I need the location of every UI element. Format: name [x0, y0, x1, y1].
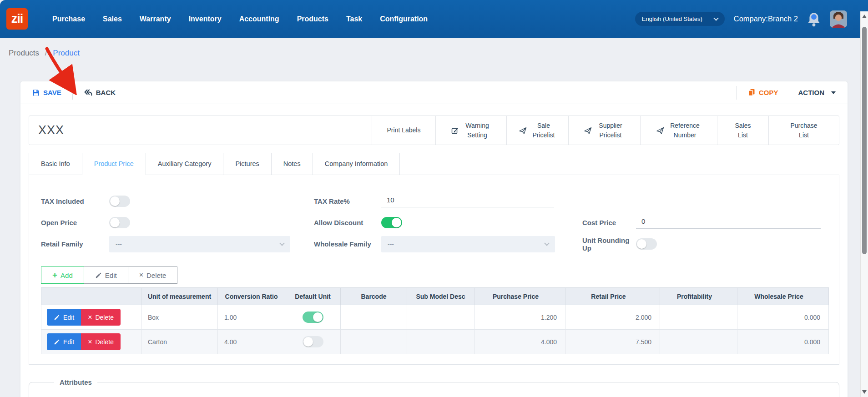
menu-item-inventory[interactable]: Inventory — [189, 15, 222, 23]
reference-number-label: Reference Number — [668, 121, 702, 140]
floppy-disk-icon — [32, 89, 40, 96]
reference-number-button[interactable]: Reference Number — [640, 116, 717, 145]
tab-company-information[interactable]: Company Information — [313, 153, 400, 175]
row-edit-button[interactable]: Edit — [47, 309, 81, 326]
tab-notes[interactable]: Notes — [271, 153, 313, 175]
cell-unit: Carton — [141, 330, 218, 354]
pencil-icon — [95, 272, 102, 279]
cell-sub-model-desc — [407, 330, 474, 354]
screen: zii Purchase Sales Warranty Inventory Ac… — [0, 0, 868, 397]
open-price-label: Open Price — [41, 219, 109, 226]
back-button[interactable]: BACK — [84, 89, 116, 96]
wholesale-family-label: Wholesale Family — [314, 240, 381, 248]
product-header-actions: Print Labels Warning Setting Sale Pricel… — [372, 116, 839, 145]
menu-item-configuration[interactable]: Configuration — [380, 15, 428, 23]
edit-label: Edit — [105, 271, 117, 279]
col-unit-of-measurement: Unit of measurement — [141, 288, 218, 305]
edit-unit-button[interactable]: Edit — [84, 266, 128, 284]
menu-item-warranty[interactable]: Warranty — [140, 15, 171, 23]
copy-button[interactable]: COPY — [748, 89, 778, 96]
row-delete-label: Delete — [95, 338, 113, 346]
default-unit-toggle[interactable] — [303, 312, 323, 323]
company-branch-label: Company:Branch 2 — [734, 15, 798, 23]
open-price-toggle[interactable] — [109, 217, 130, 228]
menu-item-accounting[interactable]: Accounting — [239, 15, 279, 23]
cell-retail-price: 7.500 — [565, 330, 660, 354]
cell-barcode — [341, 305, 407, 330]
row-delete-label: Delete — [95, 314, 113, 321]
menu-item-purchase[interactable]: Purchase — [52, 15, 85, 23]
language-selector[interactable]: English (United States) — [635, 12, 725, 26]
caret-down-icon — [831, 91, 836, 94]
scroll-up-arrow-icon[interactable] — [862, 15, 867, 18]
tab-basic-info[interactable]: Basic Info — [29, 153, 82, 175]
menu-item-sales[interactable]: Sales — [103, 15, 122, 23]
col-barcode: Barcode — [341, 288, 407, 305]
row-delete-button[interactable]: × Delete — [81, 333, 121, 350]
unit-rounding-up-toggle[interactable] — [636, 238, 657, 250]
menu-item-products[interactable]: Products — [297, 15, 328, 23]
wholesale-family-select[interactable]: --- — [381, 236, 555, 252]
notification-bell-icon[interactable] — [807, 11, 821, 27]
row-edit-label: Edit — [63, 338, 74, 346]
cell-unit: Box — [141, 305, 218, 330]
print-labels-button[interactable]: Print Labels — [372, 116, 435, 145]
main-menu: Purchase Sales Warranty Inventory Accoun… — [52, 15, 428, 23]
table-row: Edit × Delete Carton 4.00 — [41, 330, 829, 354]
col-sub-model-desc: Sub Model Desc — [407, 288, 474, 305]
add-unit-button[interactable]: + Add — [41, 266, 84, 284]
warning-setting-button[interactable]: Warning Setting — [435, 116, 506, 145]
paper-plane-icon — [584, 126, 592, 135]
sale-pricelist-button[interactable]: Sale Pricelist — [506, 116, 568, 145]
cost-price-input[interactable] — [636, 216, 821, 229]
chevron-down-icon — [544, 241, 549, 246]
main-card: SAVE BACK COPY ACTION — [20, 81, 848, 397]
col-conversion-ratio: Conversion Ratio — [218, 288, 285, 305]
scrollbar-thumb[interactable] — [862, 27, 867, 254]
price-form: TAX Included TAX Rate% Open Price Allow … — [41, 191, 827, 255]
cell-profitability — [660, 305, 737, 330]
row-delete-button[interactable]: × Delete — [81, 309, 121, 326]
scrollbar[interactable] — [860, 11, 868, 397]
tax-rate-input[interactable] — [381, 195, 554, 207]
col-wholesale-price: Wholesale Price — [737, 288, 829, 305]
supplier-pricelist-button[interactable]: Supplier Pricelist — [568, 116, 640, 145]
unit-rounding-up-label: Unit Rounding Up — [582, 236, 636, 252]
row-edit-button[interactable]: Edit — [47, 333, 81, 350]
default-unit-toggle[interactable] — [303, 336, 323, 347]
retail-family-select[interactable]: --- — [109, 236, 290, 252]
back-arrow-icon — [84, 89, 92, 96]
copy-label: COPY — [759, 89, 778, 96]
product-price-panel: TAX Included TAX Rate% Open Price Allow … — [29, 175, 839, 365]
app-logo[interactable]: zii — [6, 8, 28, 30]
save-button[interactable]: SAVE — [32, 89, 61, 96]
breadcrumb: Products / Product — [9, 49, 80, 58]
menu-item-task[interactable]: Task — [346, 15, 362, 23]
allow-discount-toggle[interactable] — [381, 217, 402, 228]
purchase-list-button[interactable]: Purchase List — [768, 116, 839, 145]
col-actions — [41, 288, 141, 305]
tab-pictures[interactable]: Pictures — [223, 153, 271, 175]
delete-label: Delete — [146, 271, 166, 279]
user-avatar[interactable] — [830, 10, 847, 28]
breadcrumb-products[interactable]: Products — [9, 49, 39, 57]
tab-product-price[interactable]: Product Price — [82, 153, 146, 175]
supplier-pricelist-label: Supplier Pricelist — [596, 121, 625, 140]
row-edit-label: Edit — [63, 314, 74, 321]
delete-unit-button[interactable]: × Delete — [128, 266, 178, 284]
action-dropdown-button[interactable]: ACTION — [798, 89, 836, 96]
navbar-right: English (United States) Company:Branch 2 — [635, 10, 847, 28]
tax-rate-label: TAX Rate% — [314, 197, 381, 205]
table-row: Edit × Delete Box 1.00 — [41, 305, 829, 330]
breadcrumb-product[interactable]: Product — [53, 49, 80, 57]
top-navbar: zii Purchase Sales Warranty Inventory Ac… — [0, 0, 868, 38]
cell-sub-model-desc — [407, 305, 474, 330]
tab-auxiliary-category[interactable]: Auxiliary Category — [146, 153, 224, 175]
sales-list-button[interactable]: Sales List — [717, 116, 768, 145]
cell-purchase-price: 1.200 — [474, 305, 565, 330]
scroll-down-arrow-icon[interactable] — [862, 390, 867, 394]
toolbar-divider-right — [737, 86, 737, 100]
toolbar-divider — [72, 86, 73, 100]
tax-included-toggle[interactable] — [109, 196, 130, 207]
table-header-row: Unit of measurement Conversion Ratio Def… — [41, 288, 829, 305]
